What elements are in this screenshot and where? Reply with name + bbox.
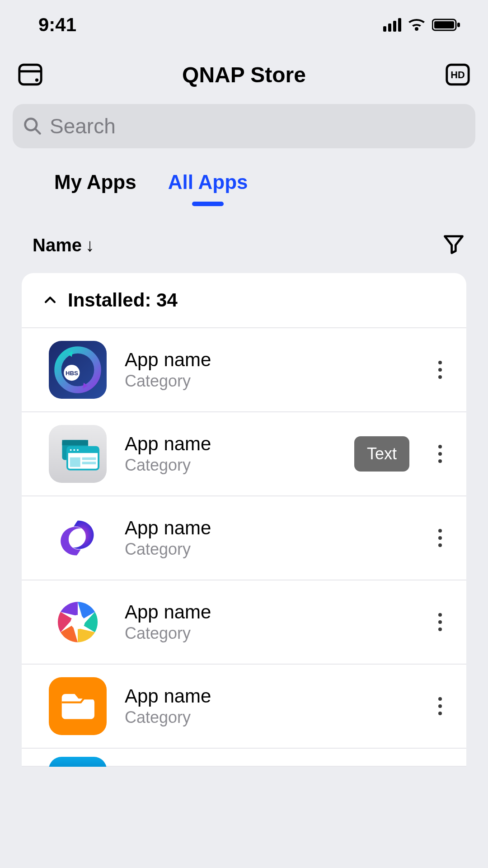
app-badge[interactable]: Text [354,436,409,472]
sort-direction-icon: ↓ [85,235,94,255]
app-name: App name [125,601,409,623]
sort-button[interactable]: Name ↓ [33,235,94,255]
svg-point-31 [438,543,442,547]
app-category: Category [125,372,409,391]
svg-line-9 [35,129,40,134]
sort-label-text: Name [33,235,82,255]
app-name: App name [125,349,409,371]
svg-point-21 [73,449,75,451]
app-row[interactable]: App name Category Text [22,412,466,496]
more-vertical-icon [438,360,442,380]
section-installed-header[interactable]: Installed: 34 [22,273,466,328]
svg-point-32 [70,615,84,629]
svg-point-14 [438,368,442,372]
battery-icon [432,18,461,32]
search-field[interactable] [13,104,475,148]
app-row[interactable]: App name Category [22,496,466,580]
svg-point-37 [438,704,442,708]
svg-point-15 [438,375,442,379]
more-vertical-icon [438,528,442,548]
svg-point-33 [438,613,442,617]
svg-point-26 [438,445,442,448]
sort-row: Name ↓ [0,205,488,273]
app-icon-partial [49,757,107,767]
app-icon-folder [49,677,107,735]
svg-rect-23 [70,458,80,467]
status-right [383,18,461,32]
more-vertical-icon [438,612,442,632]
more-button[interactable] [427,348,453,392]
svg-point-20 [70,449,72,451]
svg-point-13 [438,361,442,364]
svg-point-35 [438,627,442,631]
app-category: Category [125,708,409,727]
funnel-icon [442,232,465,256]
svg-point-38 [438,712,442,715]
svg-rect-1 [434,21,454,28]
section-installed-label: Installed: 34 [68,289,178,311]
status-time: 9:41 [38,14,76,36]
tab-my-apps[interactable]: My Apps [54,171,136,205]
app-text: App name Category [125,349,409,391]
app-category: Category [125,624,409,643]
panel-icon [17,61,43,88]
app-icon-shutter [49,593,107,651]
svg-rect-17 [62,440,88,445]
svg-rect-25 [82,462,96,464]
app-category: Category [125,540,409,559]
app-row[interactable]: App name Category [22,665,466,749]
svg-point-5 [35,78,38,81]
more-button[interactable] [427,432,453,476]
hd-button[interactable]: HD [442,59,474,90]
app-row[interactable]: HBS App name Category [22,328,466,412]
more-button[interactable] [427,516,453,560]
svg-point-36 [438,697,442,701]
search-icon [23,116,42,136]
svg-point-22 [77,449,79,451]
svg-rect-19 [67,447,99,453]
svg-text:HD: HD [450,69,465,80]
svg-point-30 [438,536,442,540]
svg-rect-24 [82,458,96,460]
svg-rect-3 [19,65,41,85]
status-bar: 9:41 [0,0,488,50]
app-list: Installed: 34 HBS App name Category App … [22,273,466,767]
search-container [0,99,488,148]
app-icon-browser [49,425,107,483]
app-icon-hbs: HBS [49,341,107,399]
svg-point-29 [438,529,442,533]
app-name: App name [125,433,336,455]
app-text: App name Category [125,601,409,643]
svg-point-34 [438,620,442,624]
app-icon-swirl [49,509,107,567]
wifi-icon [408,18,426,32]
more-button[interactable] [427,684,453,728]
page-title: QNAP Store [46,62,442,87]
chevron-up-icon [42,292,58,308]
more-button[interactable] [427,600,453,644]
tab-all-apps[interactable]: All Apps [168,171,248,205]
app-row[interactable]: App name Category [22,580,466,665]
sidebar-button[interactable] [14,59,46,90]
app-text: App name Category [125,433,336,475]
filter-button[interactable] [442,232,465,258]
app-text: App name Category [125,685,409,727]
app-row[interactable] [22,749,466,767]
app-name: App name [125,517,409,539]
svg-point-27 [438,452,442,456]
app-text: App name Category [125,517,409,559]
svg-rect-2 [457,23,460,27]
cellular-icon [383,18,401,32]
more-vertical-icon [438,444,442,464]
app-category: Category [125,456,336,475]
app-name: App name [125,685,409,707]
hd-icon: HD [445,61,471,88]
svg-point-28 [438,459,442,463]
more-vertical-icon [438,696,442,716]
nav-bar: QNAP Store HD [0,50,488,99]
svg-text:HBS: HBS [66,370,78,377]
search-input[interactable] [50,114,465,138]
tabs: My Apps All Apps [0,148,488,205]
